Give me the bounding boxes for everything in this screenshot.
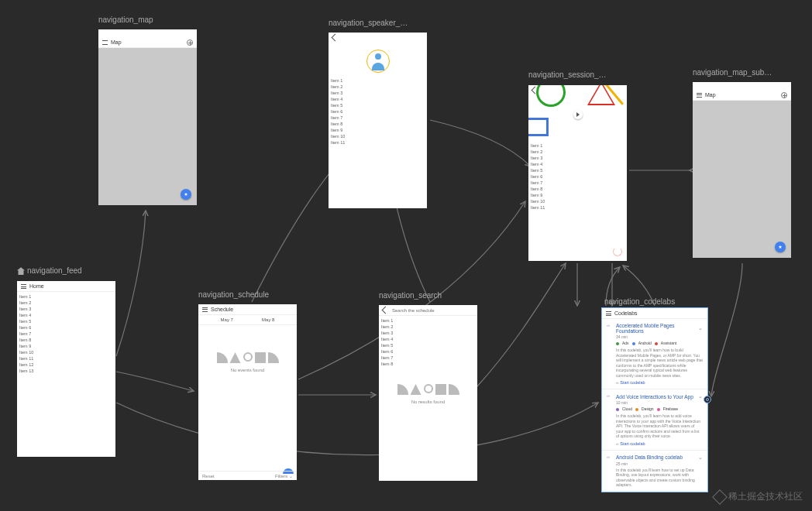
map-sub-body	[693, 101, 791, 258]
watermark: 稀土掘金技术社区	[714, 490, 803, 503]
codelab-desc: In this codelab, you'll learn how to add…	[616, 413, 703, 439]
codelab-card[interactable]: ‹›Add Voice Interactions to Your App⌄10 …	[602, 389, 707, 451]
list-item: Item 5	[331, 102, 425, 108]
list-item: Item 1	[531, 142, 624, 149]
chevron-down-icon[interactable]: ⌄	[698, 454, 703, 461]
codelab-duration: 25 min	[616, 461, 703, 466]
search-empty-icon	[379, 384, 477, 395]
schedule-empty-text: No events found	[198, 368, 297, 372]
back-icon[interactable]	[532, 87, 539, 94]
screen-feed[interactable]: Home Item 1Item 2Item 3Item 4Item 5Item …	[17, 281, 115, 457]
search-input[interactable]	[392, 308, 462, 313]
label-map: navigation_map	[98, 15, 153, 24]
screen-codelabs[interactable]: Codelabs ‹›Accelerated Mobile Pages Foun…	[602, 308, 707, 492]
list-item: Item 6	[19, 324, 113, 331]
search-appbar	[379, 305, 477, 316]
home-icon	[17, 267, 25, 275]
codelab-title: Add Voice Interactions to Your App	[616, 394, 693, 400]
session-list: Item 1Item 2Item 3Item 4Item 5Item 6Item…	[528, 141, 627, 212]
list-item: Item 9	[331, 127, 425, 133]
schedule-empty-icon	[198, 352, 297, 363]
tab-day2[interactable]: May 8	[262, 317, 274, 322]
list-item: Item 10	[331, 133, 425, 139]
screen-search[interactable]: Item 1Item 2Item 3Item 4Item 5Item 6Item…	[379, 305, 477, 481]
map-appbar: Map	[98, 37, 197, 48]
list-item: Item 8	[381, 361, 475, 367]
list-item: Item 6	[531, 173, 624, 180]
feed-title: Home	[29, 283, 44, 289]
connector-handle[interactable]	[704, 396, 711, 403]
schedule-appbar: Schedule	[198, 304, 297, 315]
reset-button[interactable]: Reset	[202, 474, 215, 478]
codelabs-appbar: Codelabs	[602, 308, 707, 319]
codelabs-list: ‹›Accelerated Mobile Pages Foundations⌄3…	[602, 319, 707, 492]
start-codelab-link[interactable]: Start codelab	[616, 441, 703, 446]
schedule-tabs: May 7 May 8	[198, 315, 297, 325]
codelab-title: Accelerated Mobile Pages Foundations	[616, 323, 698, 334]
list-item: Item 2	[19, 300, 113, 306]
codelab-card[interactable]: ‹›Android Data Binding codelab⌄25 minIn …	[602, 451, 707, 492]
list-item: Item 5	[381, 342, 475, 348]
filters-button[interactable]: Filters ⌄	[275, 473, 293, 478]
list-item: Item 4	[331, 96, 425, 102]
back-icon[interactable]	[332, 34, 339, 42]
tab-day1[interactable]: May 7	[221, 317, 233, 322]
map-fab[interactable]	[181, 189, 191, 200]
watermark-logo-icon	[712, 489, 728, 505]
codelab-desc: In this codelab, you'll learn how to bui…	[616, 348, 703, 378]
codelab-title: Android Data Binding codelab	[616, 454, 683, 460]
screen-session[interactable]: Item 1Item 2Item 3Item 4Item 5Item 6Item…	[528, 85, 627, 261]
chevron-down-icon[interactable]: ⌄	[698, 325, 703, 331]
start-codelab-link[interactable]: Start codelab	[616, 380, 703, 385]
label-speaker: navigation_speaker_…	[329, 19, 408, 27]
list-item: Item 3	[331, 90, 425, 96]
list-item: Item 9	[19, 343, 113, 349]
speaker-avatar-icon	[366, 50, 390, 73]
list-item: Item 5	[19, 318, 113, 324]
label-codelabs: navigation_codelabs	[604, 297, 675, 306]
label-schedule: navigation_schedule	[198, 290, 269, 299]
list-item: Item 7	[381, 355, 475, 361]
screen-speaker[interactable]: Item 1Item 2Item 3Item 4Item 5Item 6Item…	[329, 33, 427, 208]
hero-rect-icon	[528, 118, 549, 136]
code-icon: ‹›	[607, 393, 613, 446]
map-sub-fab[interactable]	[775, 242, 786, 252]
hamburger-icon[interactable]	[697, 93, 702, 98]
play-icon[interactable]	[573, 110, 583, 119]
codelab-tags: AdsAndroidAssistant	[616, 341, 703, 345]
codelab-duration: 34 min	[616, 334, 703, 339]
hamburger-icon[interactable]	[21, 284, 26, 289]
hamburger-icon[interactable]	[202, 307, 208, 312]
back-icon[interactable]	[382, 307, 390, 314]
list-item: Item 2	[331, 84, 425, 90]
map-sub-appbar: Map	[693, 90, 791, 101]
map-sub-title: Map	[705, 92, 716, 98]
list-item: Item 3	[381, 330, 475, 336]
screen-map-sub[interactable]: Map	[693, 82, 791, 258]
add-icon[interactable]	[781, 92, 787, 98]
add-icon[interactable]	[187, 39, 193, 46]
hamburger-icon[interactable]	[606, 311, 611, 316]
list-item: Item 4	[19, 312, 113, 318]
screen-schedule[interactable]: Schedule May 7 May 8 No events found Res…	[198, 304, 297, 480]
code-icon: ‹›	[607, 323, 613, 385]
codelab-duration: 10 min	[616, 400, 703, 405]
schedule-bottom-bar: Reset Filters ⌄	[198, 471, 297, 480]
chevron-down-icon[interactable]: ⌄	[698, 393, 703, 400]
search-empty-text: No results found	[379, 400, 477, 404]
screen-map[interactable]: Map	[98, 29, 197, 205]
list-item: Item 6	[331, 108, 425, 115]
hamburger-icon[interactable]	[102, 40, 108, 45]
diagram-canvas[interactable]: navigation_map Map navigation_speaker_… …	[0, 0, 812, 511]
label-search: navigation_search	[379, 291, 442, 300]
list-item: Item 7	[331, 115, 425, 121]
list-item: Item 11	[19, 355, 113, 362]
map-title: Map	[111, 39, 122, 45]
schedule-title: Schedule	[211, 307, 233, 312]
search-list: Item 1Item 2Item 3Item 4Item 5Item 6Item…	[379, 316, 477, 369]
label-session: navigation_session_…	[528, 70, 607, 79]
list-item: Item 11	[331, 139, 425, 146]
list-item: Item 3	[19, 306, 113, 312]
codelab-card[interactable]: ‹›Accelerated Mobile Pages Foundations⌄3…	[602, 319, 707, 389]
list-item: Item 2	[531, 149, 624, 155]
